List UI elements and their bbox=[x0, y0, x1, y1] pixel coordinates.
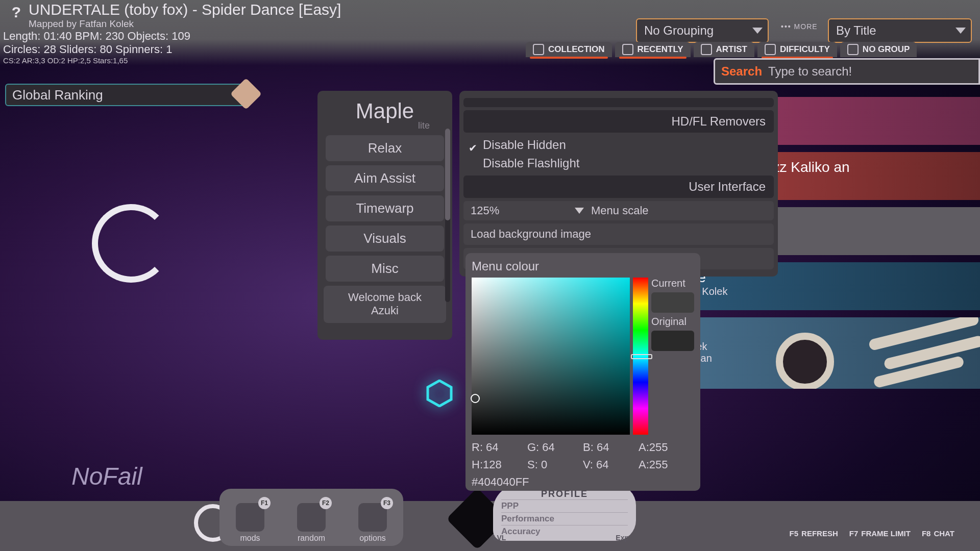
fkey-refresh[interactable]: F5REFRESH bbox=[790, 529, 838, 538]
song-mapper: Mapped by Fatfan Kolek bbox=[29, 18, 134, 30]
picker-s: S: 0 bbox=[527, 458, 583, 471]
none-icon bbox=[847, 44, 859, 55]
song-title: UNDERTALE (toby fox) - Spider Dance [Eas… bbox=[29, 1, 341, 18]
tab-recently[interactable]: RECENTLY bbox=[615, 42, 691, 57]
maple-scrollbar-thumb[interactable] bbox=[445, 129, 450, 220]
checkbox-disable-hidden[interactable]: Disable Hidden bbox=[463, 136, 774, 154]
section-header-ui: User Interface bbox=[463, 176, 774, 198]
more-button[interactable]: ••• MORE bbox=[781, 22, 818, 31]
person-icon bbox=[701, 44, 712, 55]
picker-sv-handle[interactable] bbox=[471, 394, 480, 403]
grouping-select[interactable]: No Grouping bbox=[636, 18, 769, 43]
tab-collection[interactable]: COLLECTION bbox=[526, 42, 612, 57]
picker-original-label: Original bbox=[651, 316, 694, 328]
picker-hue-strip[interactable] bbox=[633, 278, 648, 435]
card-thumb-icon bbox=[776, 333, 834, 389]
help-icon[interactable]: ? bbox=[7, 3, 26, 21]
picker-current-label: Current bbox=[651, 278, 694, 289]
list-icon bbox=[533, 44, 544, 55]
check-icon bbox=[469, 159, 478, 168]
picker-a2: A:255 bbox=[639, 458, 694, 471]
cursor-icon bbox=[426, 380, 453, 407]
profile-exp: Exp bbox=[616, 534, 629, 542]
picker-hex[interactable]: #404040FF bbox=[472, 475, 694, 489]
menu-scale-value: 125% bbox=[471, 204, 568, 217]
check-icon bbox=[469, 140, 478, 149]
picker-r: R: 64 bbox=[472, 441, 527, 454]
chevron-down-icon bbox=[752, 28, 763, 34]
picker-title: Menu colour bbox=[472, 259, 694, 273]
card-mapper: / Fatfan Kolek bbox=[665, 286, 969, 297]
fkey-hints: F5REFRESH F7FRAME LIMIT F8CHAT bbox=[790, 529, 954, 538]
maple-welcome: Welcome backAzuki bbox=[324, 286, 446, 323]
gear-icon: F3 bbox=[358, 503, 387, 532]
search-label: Search bbox=[721, 64, 762, 79]
checkbox-disable-flashlight[interactable]: Disable Flashlight bbox=[463, 154, 774, 172]
picker-v: V: 64 bbox=[583, 458, 639, 471]
tab-artist[interactable]: ARTIST bbox=[694, 42, 754, 57]
maple-item-timewarp[interactable]: Timewarp bbox=[326, 195, 444, 221]
fkey-framelimit[interactable]: F7FRAME LIMIT bbox=[849, 529, 911, 538]
picker-a1: A:255 bbox=[639, 441, 694, 454]
dice-icon: F2 bbox=[297, 503, 326, 532]
maple-item-aimassist[interactable]: Aim Assist bbox=[326, 165, 444, 191]
section-header-hdfl: HD/FL Removers bbox=[463, 110, 774, 133]
search-placeholder: Type to search! bbox=[768, 64, 852, 79]
card-stars: ★ bbox=[665, 300, 969, 310]
svg-marker-0 bbox=[428, 381, 451, 406]
ranking-select[interactable]: Global Ranking bbox=[5, 84, 251, 106]
profile-accuracy: Accuracy bbox=[501, 525, 628, 538]
song-objects-line: Circles: 28 Sliders: 80 Spinners: 1 bbox=[3, 43, 172, 56]
profile-ppp: PPP bbox=[501, 499, 628, 512]
maple-panel: Maple lite Relax Aim Assist Timewarp Vis… bbox=[317, 91, 452, 340]
random-button[interactable]: F2 random bbox=[297, 503, 326, 543]
colour-picker: Menu colour Current Original R: 64 G: 64… bbox=[465, 253, 700, 491]
sorting-select[interactable]: By Title bbox=[828, 18, 972, 43]
load-background-button[interactable]: Load background image bbox=[463, 223, 774, 245]
maple-item-misc[interactable]: Misc bbox=[326, 256, 444, 282]
settings-panel: HD/FL Removers Disable Hidden Disable Fl… bbox=[459, 91, 778, 277]
maple-title: Maple bbox=[323, 99, 447, 123]
fkey-chat[interactable]: F8CHAT bbox=[922, 529, 954, 538]
picker-h: H:128 bbox=[472, 458, 527, 471]
picker-original-swatch[interactable] bbox=[651, 331, 694, 351]
profile-performance: Performance bbox=[501, 512, 628, 525]
sorting-value: By Title bbox=[836, 23, 876, 38]
group-tabs: COLLECTION RECENTLY ARTIST DIFFICULTY NO… bbox=[526, 42, 917, 57]
grouping-value: No Grouping bbox=[644, 23, 714, 38]
chevron-down-icon bbox=[575, 208, 584, 214]
picker-hue-handle[interactable] bbox=[631, 354, 652, 359]
tab-nogroup[interactable]: NO GROUP bbox=[840, 42, 917, 57]
picker-g: G: 64 bbox=[527, 441, 583, 454]
menu-scale-select[interactable]: 125% Menu scale bbox=[463, 201, 774, 220]
tab-difficulty[interactable]: DIFFICULTY bbox=[757, 42, 837, 57]
profile-lvl: LVL bbox=[493, 534, 506, 542]
menu-scale-label: Menu scale bbox=[591, 204, 649, 217]
loading-spinner-icon bbox=[92, 204, 170, 283]
maple-item-visuals[interactable]: Visuals bbox=[326, 226, 444, 252]
gauge-icon bbox=[765, 44, 776, 55]
section-header-blank bbox=[463, 98, 774, 107]
ranking-value: Global Ranking bbox=[12, 87, 103, 103]
picker-b: B: 64 bbox=[583, 441, 639, 454]
options-button[interactable]: F3 options bbox=[358, 503, 387, 543]
chevron-down-icon bbox=[955, 28, 966, 34]
maple-item-relax[interactable]: Relax bbox=[326, 135, 444, 161]
song-length-line: Length: 01:40 BPM: 230 Objects: 109 bbox=[3, 30, 190, 43]
picker-sv-field[interactable] bbox=[472, 278, 630, 435]
picker-values: R: 64 G: 64 B: 64 A:255 H:128 S: 0 V: 64… bbox=[472, 441, 694, 471]
clock-icon bbox=[622, 44, 633, 55]
mods-button[interactable]: F1 mods bbox=[236, 503, 264, 543]
search-bar[interactable]: Search Type to search! bbox=[714, 58, 980, 85]
song-stats-line: CS:2 AR:3,3 OD:2 HP:2,5 Stars:1,65 bbox=[3, 56, 128, 65]
picker-current-swatch bbox=[651, 292, 694, 313]
mods-icon: F1 bbox=[236, 503, 264, 532]
bottom-button-group: F1 mods F2 random F3 options bbox=[219, 489, 403, 546]
